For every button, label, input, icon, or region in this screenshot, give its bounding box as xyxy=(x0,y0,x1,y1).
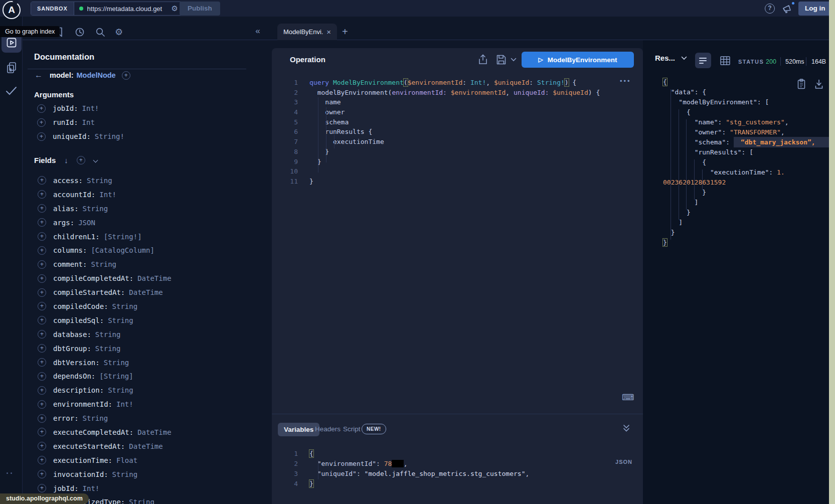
sidebar-item-checks[interactable] xyxy=(5,85,18,96)
save-options-chevron-icon[interactable] xyxy=(511,58,517,62)
save-icon[interactable] xyxy=(495,54,507,66)
member-type[interactable]: Int! xyxy=(99,191,116,199)
schema-member-row[interactable]: +alias:String xyxy=(38,202,172,216)
table-view-toggle[interactable] xyxy=(720,56,731,66)
schema-member-row[interactable]: +compiledSql:String xyxy=(38,313,172,327)
schema-member-row[interactable]: +compileCompletedAt:DateTime xyxy=(38,271,172,285)
add-field-icon[interactable]: + xyxy=(38,176,46,185)
endpoint-bar[interactable]: SANDBOX https://metadata.cloud.get ⚙ xyxy=(31,2,183,16)
member-type[interactable]: String xyxy=(91,260,116,268)
breadcrumb-type[interactable]: ModelNode xyxy=(77,71,116,79)
keyboard-shortcuts-icon[interactable]: ⌨ xyxy=(622,392,634,403)
tab-operation[interactable]: ModelByEnvi... × xyxy=(277,24,337,40)
member-type[interactable]: String xyxy=(112,470,138,478)
add-type-icon[interactable]: + xyxy=(122,71,130,80)
add-field-icon[interactable]: + xyxy=(38,288,46,297)
collapse-variables-icon[interactable] xyxy=(622,424,630,433)
schema-member-row[interactable]: +jobId:Int! xyxy=(37,101,124,115)
member-type[interactable]: String xyxy=(108,316,133,324)
schema-member-row[interactable]: +dbtVersion:String xyxy=(38,356,172,370)
schema-member-row[interactable]: +comment:String xyxy=(38,257,172,271)
schema-member-row[interactable]: +dbtGroup:String xyxy=(38,342,172,356)
member-type[interactable]: String xyxy=(129,498,154,504)
login-button[interactable]: Log in xyxy=(798,2,832,16)
member-type[interactable]: DateTime xyxy=(137,274,171,282)
add-field-icon[interactable]: + xyxy=(37,118,46,127)
member-type[interactable]: String! xyxy=(95,132,124,140)
schema-member-row[interactable]: +environmentId:Int! xyxy=(38,397,172,411)
schema-member-row[interactable]: +accountId:Int! xyxy=(38,188,172,202)
add-field-icon[interactable]: + xyxy=(38,316,46,324)
raw-view-toggle[interactable] xyxy=(695,53,711,68)
member-type[interactable]: String xyxy=(87,177,112,185)
run-operation-button[interactable]: ▷ ModelByEnvironment xyxy=(522,52,634,68)
response-selector[interactable]: Res... xyxy=(655,54,687,62)
schema-member-row[interactable]: +executeCompletedAt:DateTime xyxy=(38,425,172,439)
member-type[interactable]: String xyxy=(112,302,138,310)
member-type[interactable]: DateTime xyxy=(129,442,162,450)
back-arrow-icon[interactable]: ← xyxy=(35,71,43,80)
search-icon[interactable] xyxy=(94,26,107,39)
add-field-icon[interactable]: + xyxy=(38,330,46,339)
add-field-icon[interactable]: + xyxy=(38,442,46,450)
new-tab-button[interactable]: + xyxy=(342,26,348,38)
member-type[interactable]: [String!] xyxy=(104,233,142,241)
collapse-panel-icon[interactable]: « xyxy=(252,25,263,37)
member-type[interactable]: Int xyxy=(82,118,95,126)
member-type[interactable]: String xyxy=(83,205,108,213)
tab-headers[interactable]: Headers xyxy=(315,425,341,433)
add-field-icon[interactable]: + xyxy=(38,274,46,283)
schema-member-row[interactable]: +database:String xyxy=(38,327,172,342)
apollo-logo[interactable]: A xyxy=(3,1,21,19)
settings-gear-icon[interactable]: ⚙ xyxy=(112,26,125,39)
add-field-icon[interactable]: + xyxy=(38,428,46,436)
add-field-icon[interactable]: + xyxy=(38,190,46,199)
member-type[interactable]: String xyxy=(95,345,121,353)
add-field-icon[interactable]: + xyxy=(37,132,46,141)
schema-member-row[interactable]: +executionTime:Float xyxy=(38,453,172,467)
member-type[interactable]: DateTime xyxy=(129,288,162,296)
add-field-icon[interactable]: + xyxy=(38,400,46,409)
share-icon[interactable] xyxy=(477,54,488,66)
page-scrollbar[interactable] xyxy=(829,0,835,504)
add-field-icon[interactable]: + xyxy=(37,104,46,113)
add-field-icon[interactable]: + xyxy=(38,484,46,492)
publish-button[interactable]: Publish xyxy=(180,2,220,16)
tab-close-icon[interactable]: × xyxy=(326,28,331,36)
sidebar-item-schema[interactable] xyxy=(6,61,18,74)
add-field-icon[interactable]: + xyxy=(38,456,46,464)
member-type[interactable]: String xyxy=(83,414,108,422)
member-type[interactable]: DateTime xyxy=(137,428,171,436)
add-field-icon[interactable]: + xyxy=(38,232,46,241)
fields-options-chevron-icon[interactable] xyxy=(93,158,98,163)
schema-member-row[interactable]: +error:String xyxy=(38,411,172,425)
schema-member-row[interactable]: +dependsOn:[String] xyxy=(38,369,172,383)
tab-script[interactable]: Script xyxy=(343,425,361,433)
response-json[interactable]: { "data": { "modelByEnvironment": [ { "n… xyxy=(663,77,829,248)
member-type[interactable]: Int! xyxy=(83,484,100,492)
schema-member-row[interactable]: +args:JSON xyxy=(38,216,172,230)
add-field-icon[interactable]: + xyxy=(38,344,46,353)
schema-member-row[interactable]: +runId:Int xyxy=(37,115,124,129)
schema-member-row[interactable]: +columns:[CatalogColumn] xyxy=(38,243,172,257)
sort-fields-icon[interactable]: ↓ xyxy=(64,156,68,164)
member-type[interactable]: Int! xyxy=(116,400,133,408)
schema-member-row[interactable]: +uniqueId:String! xyxy=(37,129,124,143)
editor-more-menu[interactable]: ••• xyxy=(620,77,631,85)
add-field-icon[interactable]: + xyxy=(38,246,46,255)
member-type[interactable]: [String] xyxy=(99,372,133,380)
add-field-icon[interactable]: + xyxy=(38,372,46,381)
member-type[interactable]: [CatalogColumn] xyxy=(91,246,154,254)
member-type[interactable]: JSON xyxy=(78,219,95,227)
add-field-icon[interactable]: + xyxy=(38,204,46,213)
history-icon[interactable] xyxy=(73,26,86,39)
member-type[interactable]: Float xyxy=(116,456,137,464)
help-icon[interactable]: ? xyxy=(765,4,775,14)
add-field-icon[interactable]: + xyxy=(38,470,46,478)
schema-member-row[interactable]: +description:String xyxy=(38,383,172,397)
add-field-icon[interactable]: + xyxy=(38,414,46,423)
member-type[interactable]: String xyxy=(95,330,121,339)
endpoint-url-input[interactable]: https://metadata.cloud.get xyxy=(87,5,168,13)
schema-member-row[interactable]: +compiledCode:String xyxy=(38,299,172,313)
tab-variables[interactable]: Variables xyxy=(278,423,319,436)
